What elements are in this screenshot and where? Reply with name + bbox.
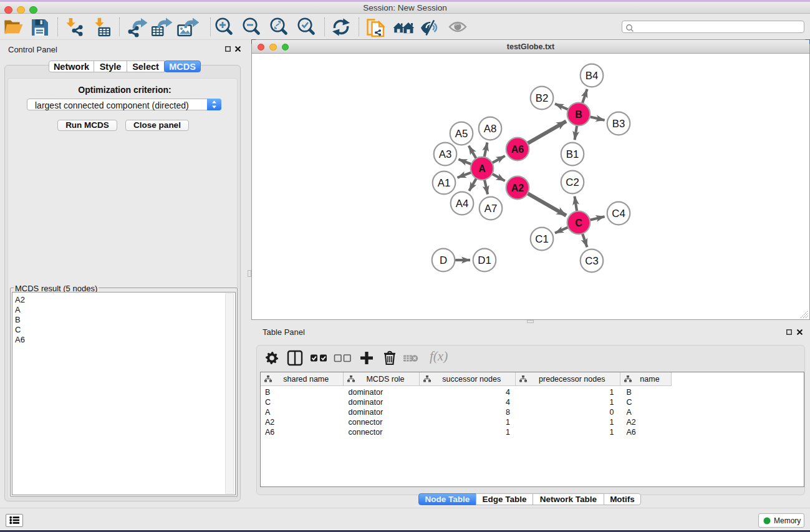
svg-text:B2: B2 (536, 92, 549, 104)
svg-text:A5: A5 (455, 128, 468, 140)
svg-text:A2: A2 (511, 183, 524, 193)
svg-text:D1: D1 (478, 254, 491, 266)
svg-text:A6: A6 (511, 144, 524, 155)
svg-text:B: B (575, 109, 582, 120)
svg-text:A8: A8 (484, 123, 497, 135)
svg-text:A: A (478, 163, 486, 174)
svg-text:C2: C2 (566, 177, 579, 188)
svg-text:C: C (575, 218, 582, 228)
svg-text:D: D (440, 254, 447, 266)
svg-text:B1: B1 (566, 148, 579, 160)
svg-text:B4: B4 (586, 70, 599, 82)
svg-text:C4: C4 (612, 208, 625, 220)
svg-text:A3: A3 (439, 148, 452, 160)
svg-text:C3: C3 (585, 255, 598, 267)
svg-text:C1: C1 (535, 233, 548, 245)
svg-text:B3: B3 (612, 118, 625, 130)
svg-text:A4: A4 (456, 198, 469, 210)
svg-text:A1: A1 (438, 177, 451, 189)
svg-text:A7: A7 (485, 203, 498, 215)
